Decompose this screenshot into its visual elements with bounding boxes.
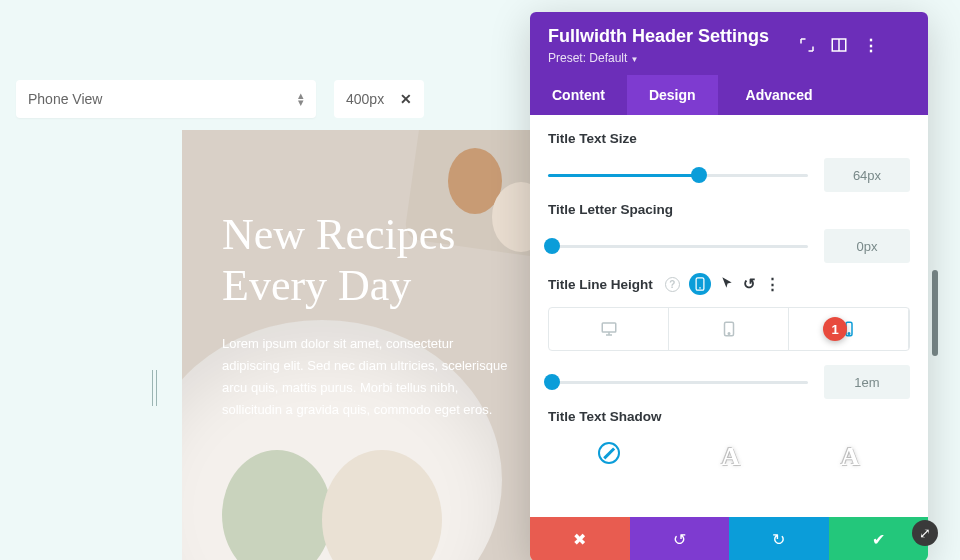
panel-body: Title Text Size 64px Title Letter Spacin… (530, 115, 928, 517)
page-preview: New Recipes Every Day Lorem ipsum dolor … (182, 130, 542, 560)
reset-icon[interactable]: ↺ (743, 275, 756, 293)
svg-point-8 (728, 333, 730, 335)
slider-title-line-height[interactable] (548, 370, 808, 394)
group-title-line-height: Title Line Height ? ↺ ⋮ 1 (548, 273, 910, 399)
shadow-none-icon[interactable] (598, 442, 620, 464)
slider-title-text-size[interactable] (548, 163, 808, 187)
device-select[interactable]: Phone View ▴▾ (16, 80, 316, 118)
shadow-preset-icon[interactable]: A (841, 442, 860, 472)
svg-rect-4 (602, 323, 616, 332)
svg-point-3 (699, 287, 701, 289)
device-phone[interactable] (789, 308, 909, 350)
more-icon[interactable]: ⋮ (765, 275, 780, 293)
settings-panel: Fullwidth Header Settings Preset: Defaul… (530, 12, 928, 560)
close-icon[interactable]: ✕ (400, 91, 412, 107)
group-title-text-shadow: Title Text Shadow A A (548, 409, 910, 472)
device-tablet[interactable] (669, 308, 789, 350)
field-toolbar: ? ↺ ⋮ (665, 273, 780, 295)
value-title-letter-spacing[interactable]: 0px (824, 229, 910, 263)
preview-body: Lorem ipsum dolor sit amet, consectetur … (222, 333, 512, 421)
value-title-text-size[interactable]: 64px (824, 158, 910, 192)
more-icon[interactable]: ⋮ (862, 36, 880, 54)
tab-advanced[interactable]: Advanced (724, 75, 835, 115)
chevron-updown-icon: ▴▾ (298, 92, 304, 105)
width-input-group: 400px ✕ (334, 80, 424, 118)
device-select-label: Phone View (28, 91, 102, 107)
redo-button[interactable]: ↻ (729, 517, 829, 560)
hover-icon[interactable] (720, 276, 734, 293)
settings-tabs: Content Design Advanced (530, 75, 928, 115)
panel-header-actions: ⋮ (798, 36, 880, 54)
width-value[interactable]: 400px (346, 91, 384, 107)
responsive-toolbar: Phone View ▴▾ 400px ✕ (16, 80, 424, 118)
chevron-down-icon: ▼ (630, 55, 638, 64)
undo-button[interactable]: ↺ (630, 517, 730, 560)
resize-handle[interactable]: ⤢ (912, 520, 938, 546)
annotation-badge: 1 (823, 317, 847, 341)
label-title-text-shadow: Title Text Shadow (548, 409, 910, 424)
device-segmented-control: 1 (548, 307, 910, 351)
cancel-button[interactable]: ✖ (530, 517, 630, 560)
value-title-line-height[interactable]: 1em (824, 365, 910, 399)
group-title-text-size: Title Text Size 64px (548, 131, 910, 192)
columns-icon[interactable] (830, 36, 848, 54)
help-icon[interactable]: ? (665, 277, 680, 292)
slider-title-letter-spacing[interactable] (548, 234, 808, 258)
panel-actions: ✖ ↺ ↻ ✔ (530, 517, 928, 560)
scrollbar[interactable] (932, 270, 938, 356)
tab-design[interactable]: Design (627, 75, 718, 115)
shadow-preset-icon[interactable]: A (721, 442, 740, 472)
label-title-line-height: Title Line Height ? ↺ ⋮ (548, 273, 910, 295)
label-title-text-size: Title Text Size (548, 131, 910, 146)
drag-handle[interactable] (152, 370, 157, 406)
tab-content[interactable]: Content (530, 75, 627, 115)
expand-icon[interactable] (798, 36, 816, 54)
device-desktop[interactable] (549, 308, 669, 350)
group-title-letter-spacing: Title Letter Spacing 0px (548, 202, 910, 263)
preview-heading: New Recipes Every Day (222, 210, 512, 311)
label-title-letter-spacing: Title Letter Spacing (548, 202, 910, 217)
responsive-icon[interactable] (689, 273, 711, 295)
svg-point-10 (848, 333, 850, 335)
